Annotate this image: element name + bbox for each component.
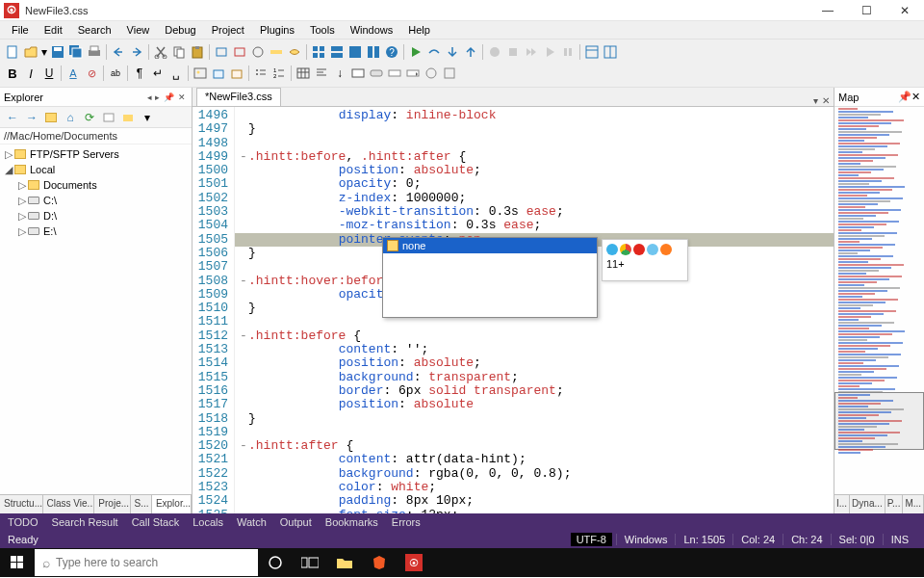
input-icon[interactable] bbox=[386, 65, 403, 82]
tree-node[interactable]: ▷C:\ bbox=[4, 193, 188, 208]
table-icon[interactable] bbox=[295, 65, 312, 82]
newfolder-icon[interactable] bbox=[119, 109, 137, 126]
new-file-icon[interactable] bbox=[4, 43, 21, 61]
tree-node[interactable]: ◢Local bbox=[4, 162, 188, 177]
pin-icon[interactable]: ◂ ▸ bbox=[145, 92, 162, 102]
underline-icon[interactable]: U bbox=[40, 65, 58, 82]
explorer-tab[interactable]: Proje... bbox=[94, 495, 130, 513]
up-icon[interactable] bbox=[42, 109, 60, 126]
undo-icon[interactable] bbox=[110, 43, 127, 61]
pause-icon[interactable] bbox=[559, 43, 577, 61]
menu-tools[interactable]: Tools bbox=[302, 22, 343, 38]
form-icon[interactable] bbox=[349, 65, 367, 82]
refresh-icon[interactable]: ⟳ bbox=[81, 109, 98, 126]
explorer-tab[interactable]: Structu... bbox=[0, 495, 43, 513]
home-icon[interactable]: ⌂ bbox=[62, 109, 79, 126]
grid-1-icon[interactable] bbox=[310, 43, 327, 61]
taskview-icon[interactable] bbox=[293, 548, 327, 577]
back-icon[interactable]: ← bbox=[4, 109, 21, 126]
explorer-tab[interactable]: Explor... bbox=[152, 495, 192, 513]
step-into-icon[interactable] bbox=[444, 43, 461, 61]
layout-2-icon[interactable] bbox=[602, 43, 619, 61]
tab-close-icon[interactable]: ✕ bbox=[822, 95, 830, 106]
menu-help[interactable]: Help bbox=[400, 22, 438, 38]
close-button[interactable]: ✕ bbox=[886, 0, 924, 21]
status-platform[interactable]: Windows bbox=[616, 534, 676, 545]
brave-icon[interactable] bbox=[362, 548, 397, 577]
menu-file[interactable]: File bbox=[4, 22, 37, 38]
run-icon[interactable] bbox=[407, 43, 424, 61]
output-tab-watch[interactable]: Watch bbox=[237, 516, 267, 528]
fileexplorer-icon[interactable] bbox=[327, 548, 362, 577]
insert-icon[interactable] bbox=[210, 65, 227, 82]
downarrow-icon[interactable]: ↓ bbox=[331, 65, 348, 82]
layout-1-icon[interactable] bbox=[583, 43, 601, 61]
ol-icon[interactable]: 12 bbox=[270, 65, 288, 82]
fwd-icon[interactable]: → bbox=[23, 109, 40, 126]
menu-project[interactable]: Project bbox=[204, 22, 252, 38]
output-tab-locals[interactable]: Locals bbox=[192, 516, 223, 528]
settings-dd-icon[interactable]: ▾ bbox=[139, 109, 156, 126]
radio-icon[interactable] bbox=[423, 65, 440, 82]
nolink-icon[interactable]: ⊘ bbox=[83, 65, 100, 82]
checkbox-icon[interactable] bbox=[441, 65, 458, 82]
step-over-icon[interactable] bbox=[425, 43, 443, 61]
grid-2-icon[interactable] bbox=[328, 43, 346, 61]
save-all-icon[interactable] bbox=[67, 43, 85, 61]
explorer-tab[interactable]: S... bbox=[131, 495, 152, 513]
textalign-icon[interactable] bbox=[313, 65, 330, 82]
output-tab-todo[interactable]: TODO bbox=[8, 516, 38, 528]
step-out-icon[interactable] bbox=[462, 43, 479, 61]
insert2-icon[interactable] bbox=[228, 65, 245, 82]
output-tab-search-result[interactable]: Search Result bbox=[52, 516, 118, 528]
print-icon[interactable] bbox=[86, 43, 103, 61]
map-pin-icon[interactable]: 📌 bbox=[898, 91, 911, 103]
italic-icon[interactable]: I bbox=[22, 65, 39, 82]
record-icon[interactable] bbox=[486, 43, 503, 61]
menu-debug[interactable]: Debug bbox=[157, 22, 203, 38]
output-tab-errors[interactable]: Errors bbox=[392, 516, 421, 528]
play-fast-icon[interactable] bbox=[523, 43, 540, 61]
status-mode[interactable]: INS bbox=[883, 534, 916, 545]
copy-icon[interactable] bbox=[170, 43, 188, 61]
taskbar-search[interactable]: ⌕ Type here to search bbox=[35, 549, 258, 576]
tab-menu-icon[interactable]: ▾ bbox=[813, 95, 818, 106]
explorer-tab[interactable]: Class Vie... bbox=[43, 495, 95, 513]
menu-view[interactable]: View bbox=[119, 22, 158, 38]
output-tab-call-stack[interactable]: Call Stack bbox=[132, 516, 180, 528]
menu-edit[interactable]: Edit bbox=[37, 22, 70, 38]
br-icon[interactable]: ↵ bbox=[149, 65, 167, 82]
paste-icon[interactable] bbox=[189, 43, 206, 61]
tab-newfile3[interactable]: *NewFile3.css bbox=[196, 88, 281, 106]
stop-icon[interactable] bbox=[504, 43, 522, 61]
nbsp-icon[interactable]: ␣ bbox=[167, 65, 185, 82]
toggle-2-icon[interactable] bbox=[231, 43, 248, 61]
help-icon[interactable]: ? bbox=[383, 43, 400, 61]
cortana-icon[interactable] bbox=[258, 548, 293, 577]
breadcrumb[interactable]: //Mac/Home/Documents bbox=[0, 128, 192, 144]
redo-icon[interactable] bbox=[128, 43, 145, 61]
tree-node[interactable]: ▷E:\ bbox=[4, 223, 188, 239]
ul-icon[interactable] bbox=[252, 65, 270, 82]
maximize-button[interactable]: ☐ bbox=[847, 0, 886, 21]
start-button[interactable] bbox=[0, 548, 35, 577]
grid-3-icon[interactable] bbox=[346, 43, 364, 61]
map-tab[interactable]: Dyna... bbox=[850, 495, 886, 513]
file-tree[interactable]: ▷FTP/SFTP Servers◢Local▷Documents▷C:\▷D:… bbox=[0, 144, 192, 494]
filter-icon[interactable] bbox=[100, 109, 117, 126]
output-tab-bookmarks[interactable]: Bookmarks bbox=[325, 516, 378, 528]
pin2-icon[interactable]: 📌 bbox=[162, 92, 176, 102]
map-close-icon[interactable]: ✕ bbox=[911, 91, 920, 103]
select-icon[interactable] bbox=[404, 65, 422, 82]
app-icon[interactable]: ⦿ bbox=[397, 548, 431, 577]
map-tab[interactable]: M... bbox=[903, 495, 924, 513]
image-icon[interactable] bbox=[192, 65, 209, 82]
minimize-button[interactable]: — bbox=[808, 0, 847, 21]
button-icon[interactable] bbox=[368, 65, 385, 82]
panel-close-icon[interactable]: ✕ bbox=[176, 92, 188, 102]
bold-icon[interactable]: B bbox=[4, 65, 21, 82]
link-icon[interactable]: A bbox=[64, 65, 82, 82]
map-tab[interactable]: P... bbox=[886, 495, 904, 513]
open-file-icon[interactable] bbox=[22, 43, 39, 61]
dropdown-icon[interactable]: ▾ bbox=[40, 43, 48, 61]
